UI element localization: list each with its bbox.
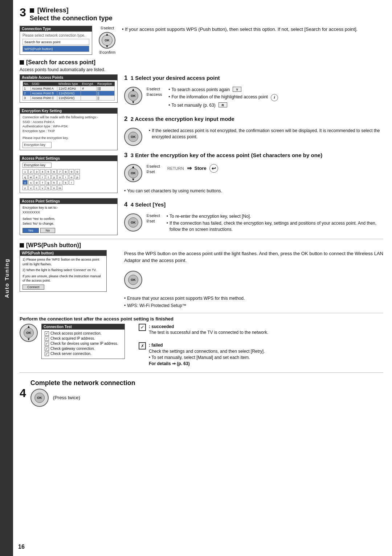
kb-key[interactable]: z <box>23 185 28 190</box>
kb-key[interactable]: l <box>69 180 74 185</box>
enc-line-5: Please input the encryption key. <box>23 136 115 140</box>
check-icon: ✓ <box>45 331 49 336</box>
list-item: WPS: Wi-Fi Protected Setup™ <box>124 303 383 309</box>
check-icon: ✓ <box>45 347 49 351</box>
ap-no-1: 1 <box>23 86 31 91</box>
kb-key[interactable]: b <box>46 185 51 190</box>
kb-key[interactable]: j <box>57 180 62 185</box>
y-button[interactable]: Y <box>233 87 241 92</box>
ap-enc-1: # <box>81 86 96 91</box>
kb-key[interactable]: k <box>63 180 68 185</box>
step4-select-label: ①select <box>146 213 160 218</box>
section3-header: 3 [Wireless] Select the connection type <box>20 7 383 22</box>
step3-block: OK ▲ ▼ ①select ②set RETURN ⇒ Store ↩ <box>124 164 383 182</box>
step3-set-label: ②set <box>146 169 160 174</box>
wps-ok-wrap[interactable]: OK <box>124 271 142 289</box>
kb-key[interactable]: 9 <box>69 169 74 174</box>
kb-key[interactable]: d <box>34 180 39 185</box>
conn-test-ok-wrap[interactable]: OK ▲ ▼ <box>20 324 38 342</box>
failed-text: : failed Check the settings and connecti… <box>149 342 265 367</box>
return-button[interactable]: ↩ <box>209 164 218 173</box>
ap-enc-2 <box>81 91 96 96</box>
kb-key[interactable]: 6 <box>52 169 57 174</box>
step3-ok-inner[interactable]: OK <box>128 168 138 178</box>
ap-screen-title: Available Access Points <box>20 75 117 80</box>
kb-key[interactable]: a <box>23 180 28 185</box>
section4-content: Complete the network connection OK (Pres… <box>30 379 135 407</box>
kb-key[interactable]: i <box>63 175 68 179</box>
wps-right-col: Press the WPS button on the access point… <box>124 250 383 310</box>
kb-key[interactable]: y <box>52 175 57 179</box>
kb-key[interactable]: 0 <box>75 169 80 174</box>
ap-ssid-3: Access Point C <box>30 96 57 101</box>
kb-key[interactable]: 1 <box>23 169 28 174</box>
step1-labels: ①select ②access <box>146 87 162 97</box>
ap-rec-1: |||| <box>96 86 114 91</box>
step1-select-label: ①select <box>146 87 162 91</box>
step2-ok-inner[interactable]: OK <box>128 132 138 142</box>
kb-key[interactable]: w <box>28 175 33 179</box>
connection-test-screen: Connection Test ✓ Check access point con… <box>41 324 125 359</box>
kb-key[interactable]: 5 <box>46 169 51 174</box>
kb-key[interactable]: s <box>28 180 33 185</box>
check-icon: ✓ <box>45 352 49 356</box>
succeeded-text: : succeeded The test is successful and t… <box>149 324 268 336</box>
kb-key[interactable]: x <box>28 185 33 190</box>
step2-heading: 2 2 Access the encryption key input mode <box>124 115 383 123</box>
step4-ok-inner[interactable]: OK <box>128 217 138 228</box>
step1-block: OK ▲ ▼ ①select ②access To search access … <box>124 87 383 110</box>
list-item: If the connection has failed, check the … <box>167 220 383 233</box>
black-square-icon <box>30 8 34 13</box>
kb-key[interactable]: n <box>52 185 57 190</box>
wps-note: • If your access point supports WPS (Pus… <box>122 26 383 33</box>
connect-button[interactable]: Connect <box>23 285 44 290</box>
section4-ok-wrap[interactable]: OK <box>30 389 49 407</box>
section4-title: Complete the network connection <box>30 379 135 387</box>
s4-ok-inner[interactable]: OK <box>34 393 45 403</box>
kb-key[interactable]: 7 <box>57 169 62 174</box>
kb-key[interactable]: q <box>23 175 28 179</box>
connection-test-section: Perform the connection test after the ac… <box>20 316 383 370</box>
ap-kb-field[interactable]: Encryption key <box>23 163 52 168</box>
conn-test-left: OK ▲ ▼ Connection Test ✓ Check access po… <box>20 324 125 370</box>
ct-down-arrow: ▼ <box>27 337 30 341</box>
step1-ok-wrap[interactable]: OK ▲ ▼ <box>124 87 142 105</box>
ok-up-arrow-icon: ▲ <box>105 32 109 36</box>
kb-key[interactable]: g <box>46 180 51 185</box>
check-item: ✓ Check access point connection. <box>45 331 122 336</box>
r-button[interactable]: R <box>219 102 227 107</box>
kb-key[interactable]: p <box>75 175 80 179</box>
step3-title: 3 Enter the encryption key of the access… <box>131 152 323 158</box>
kb-key[interactable]: u <box>57 175 62 179</box>
no-button[interactable]: No <box>40 228 56 233</box>
ap-ssid-1: Access Point A <box>30 86 57 91</box>
step4-labels: ①select ②set <box>146 213 160 224</box>
enc-key-field[interactable]: Encryption key <box>23 142 52 148</box>
kb-key[interactable]: 3 <box>34 169 39 174</box>
step4-ok-wrap[interactable]: OK <box>124 213 142 232</box>
ok-inner[interactable]: OK <box>128 91 138 101</box>
kb-key[interactable]: r <box>40 175 45 179</box>
ct-screen-title: Connection Type <box>20 26 92 32</box>
kb-key[interactable]: v <box>40 185 45 190</box>
step2-ok-wrap[interactable]: OK <box>124 128 142 146</box>
kb-key[interactable]: c <box>34 185 39 190</box>
kb-key[interactable]: 4 <box>40 169 45 174</box>
kb-key[interactable]: t <box>46 175 51 179</box>
failed-label: : failed <box>149 343 163 348</box>
step3-ok-wrap[interactable]: OK ▲ ▼ <box>124 164 142 182</box>
kb-key[interactable]: f <box>40 180 45 185</box>
kb-key[interactable]: h <box>52 180 57 185</box>
kb-key[interactable]: 2 <box>28 169 33 174</box>
ok-button-wrap[interactable]: ▲ ▼ OK <box>99 32 115 49</box>
kb-key[interactable]: 8 <box>63 169 68 174</box>
wps-description: Press the WPS button on the access point… <box>124 250 383 264</box>
kb-key[interactable]: o <box>69 175 74 179</box>
yes-button[interactable]: Yes <box>23 228 39 233</box>
list-item: To re-enter the encryption key, select [… <box>167 213 383 220</box>
kb-key[interactable]: m <box>57 185 62 190</box>
ct-ok-inner[interactable]: OK <box>24 328 34 338</box>
section4-note: (Press twice) <box>53 395 80 400</box>
kb-key[interactable]: e <box>34 175 39 179</box>
wps-ok-inner[interactable]: OK <box>128 275 138 285</box>
